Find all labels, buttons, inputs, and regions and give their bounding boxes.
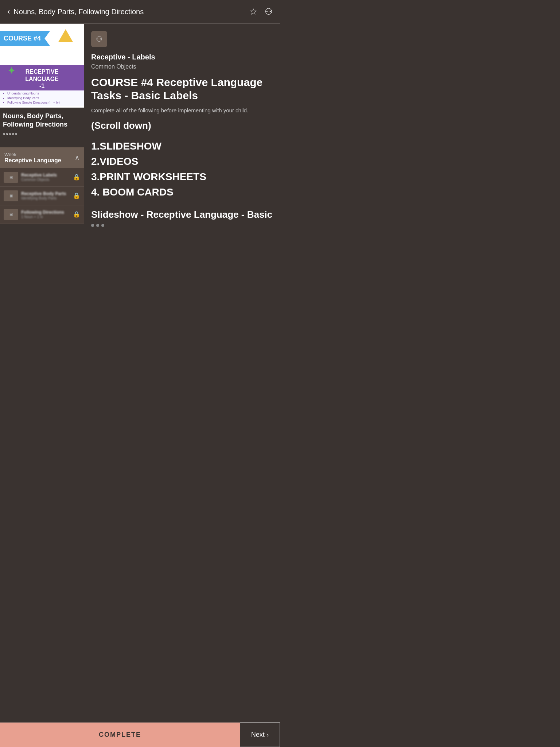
step-2: 2.VIDEOS: [91, 154, 273, 169]
lesson-text-3: Following Directions 1 Noun + 1 Iv: [21, 210, 70, 219]
lesson-sub-2: Identifying Body Parts: [21, 196, 70, 200]
lesson-name-1: Receptive Labels: [21, 173, 70, 178]
dot-3: [101, 224, 104, 227]
lesson-text-1: Receptive Labels Common Objects: [21, 173, 70, 182]
bullet-1: Understanding Nouns: [7, 91, 81, 96]
course-description: Complete all of the following before imp…: [91, 107, 273, 114]
lesson-sub-1: Common Objects: [21, 178, 70, 182]
section-label: Receptive - Labels: [91, 53, 273, 61]
star-rating: *****: [3, 132, 81, 139]
lesson-list: ▣ Receptive Labels Common Objects 🔒 ▣ Re…: [0, 168, 84, 224]
step-1: 1.SLIDESHOW: [91, 139, 273, 154]
course-image-inner: COURSE #4 ✦ RECEPTIVE LANGUAGE -1 Under: [0, 24, 84, 108]
week-label: Week: [4, 152, 61, 157]
ribbon-text: COURSE #4: [4, 35, 41, 42]
week-title: Receptive Language: [4, 157, 61, 164]
lesson-sub-3: 1 Noun + 1 Iv: [21, 215, 70, 219]
bullet-2: Identifying Body Parts: [7, 96, 81, 101]
scroll-hint: (Scroll down): [91, 120, 273, 131]
dot-2: [96, 224, 99, 227]
course-info: Nouns, Body Parts, Following Directions …: [0, 108, 84, 147]
link-button[interactable]: ⚇: [91, 31, 107, 47]
right-panel: ⚇ Receptive - Labels Common Objects COUR…: [84, 24, 280, 269]
header: ‹ Nouns, Body Parts, Following Direction…: [0, 0, 280, 24]
title-line2: LANGUAGE: [25, 76, 59, 82]
course-name: Nouns, Body Parts, Following Directions: [3, 112, 81, 129]
steps-list: 1.SLIDESHOW 2.VIDEOS 3.PRINT WORKSHEETS …: [91, 139, 273, 200]
header-left: ‹ Nouns, Body Parts, Following Direction…: [7, 7, 144, 16]
yellow-decoration: [58, 29, 73, 42]
slideshow-title: Slideshow - Receptive Language - Basic: [91, 209, 273, 221]
section-sublabel: Common Objects: [91, 63, 273, 70]
lesson-thumb-2: ▣: [4, 190, 18, 201]
lesson-text-2: Receptive Body Parts Identifying Body Pa…: [21, 191, 70, 200]
lesson-name-2: Receptive Body Parts: [21, 191, 70, 196]
week-section[interactable]: Week Receptive Language ∧: [0, 147, 84, 168]
lesson-thumb-icon-2: ▣: [9, 194, 13, 198]
course-title-text: RECEPTIVE LANGUAGE -1: [7, 68, 77, 89]
course-full-title: COURSE #4 Receptive Language Tasks - Bas…: [91, 76, 273, 102]
main-content: COURSE #4 ✦ RECEPTIVE LANGUAGE -1 Under: [0, 24, 280, 269]
blue-ribbon: COURSE #4: [0, 31, 50, 46]
lesson-item-2[interactable]: ▣ Receptive Body Parts Identifying Body …: [0, 187, 84, 205]
lesson-name-3: Following Directions: [21, 210, 70, 215]
week-text-block: Week Receptive Language: [4, 152, 61, 164]
lesson-thumb-1: ▣: [4, 172, 18, 183]
title-line3: -1: [39, 83, 44, 89]
lock-icon-1: 🔒: [73, 174, 80, 181]
link-icon: ⚇: [96, 35, 102, 43]
lesson-item[interactable]: ▣ Receptive Labels Common Objects 🔒: [0, 168, 84, 187]
dots-indicator: [91, 224, 273, 227]
lesson-item-3[interactable]: ▣ Following Directions 1 Noun + 1 Iv 🔒: [0, 205, 84, 224]
step-4: 4. BOOM CARDS: [91, 185, 273, 200]
back-button[interactable]: ‹: [7, 7, 10, 16]
lock-icon-3: 🔒: [73, 211, 80, 218]
link-header-icon[interactable]: ⚇: [265, 7, 273, 17]
bookmark-icon[interactable]: ☆: [249, 7, 257, 17]
course-image: COURSE #4 ✦ RECEPTIVE LANGUAGE -1 Under: [0, 24, 84, 108]
lesson-thumb-icon-1: ▣: [9, 175, 13, 179]
lesson-thumb-3: ▣: [4, 209, 18, 220]
title-line1: RECEPTIVE: [26, 69, 59, 75]
lesson-thumb-icon-3: ▣: [9, 212, 13, 216]
header-icons: ☆ ⚇: [249, 7, 273, 17]
step-3: 3.PRINT WORKSHEETS: [91, 169, 273, 185]
course-bullet-list: Understanding Nouns Identifying Body Par…: [0, 90, 84, 106]
dot-1: [91, 224, 94, 227]
lock-icon-2: 🔒: [73, 192, 80, 199]
chevron-up-icon: ∧: [75, 154, 79, 162]
header-title: Nouns, Body Parts, Following Directions: [13, 8, 144, 16]
bullet-3: Following Simple Directions (In + Iv): [7, 100, 81, 105]
left-panel: COURSE #4 ✦ RECEPTIVE LANGUAGE -1 Under: [0, 24, 84, 269]
